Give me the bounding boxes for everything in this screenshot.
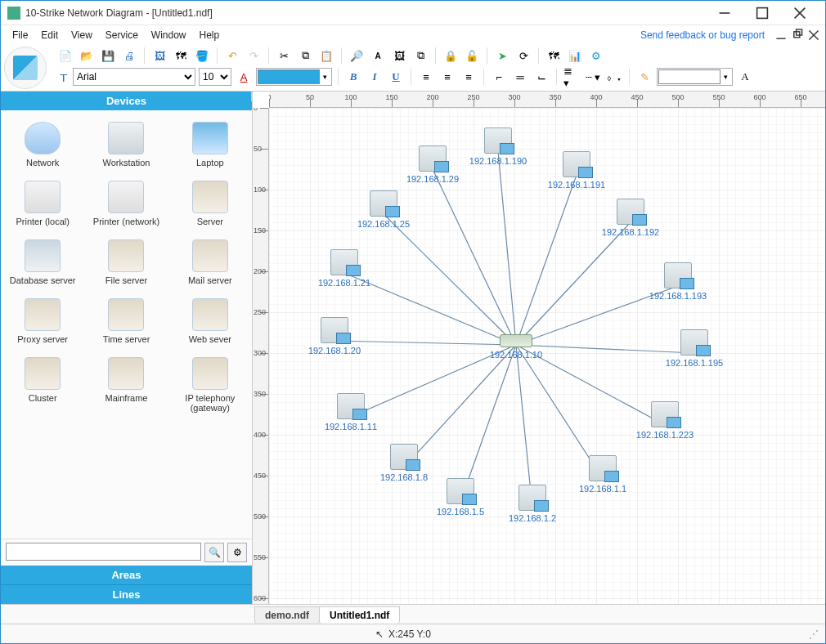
diagram-canvas[interactable]: 192.168.1.190192.168.1.29192.168.1.19119… <box>269 108 825 604</box>
menu-window[interactable]: Window <box>145 28 193 42</box>
maximize-button[interactable] <box>743 1 781 25</box>
group-button[interactable]: ⧉ <box>411 47 429 65</box>
diagram-node[interactable]: 192.168.1.191 <box>544 151 609 190</box>
export-visio-button[interactable]: 🗺 <box>172 47 190 65</box>
align-right-button[interactable]: ≡ <box>460 68 478 86</box>
mdi-minimize-button[interactable] <box>774 29 788 41</box>
paste-button[interactable]: 📋 <box>317 47 335 65</box>
menu-view[interactable]: View <box>65 28 99 42</box>
undo-button[interactable]: ↶ <box>223 47 241 65</box>
device-item-database-server[interactable]: Database server <box>1 233 84 292</box>
device-item-server[interactable]: Server <box>168 174 252 233</box>
font-color-button[interactable]: A <box>235 68 253 86</box>
scan-button[interactable]: ➤ <box>493 47 511 65</box>
save-button[interactable]: 💾 <box>99 47 117 65</box>
align-center-button[interactable]: ≡ <box>438 68 456 86</box>
diagram-node[interactable]: 192.168.1.190 <box>465 127 531 166</box>
text-tool-button[interactable]: A <box>369 47 387 65</box>
panel-devices-header[interactable]: Devices <box>1 92 252 110</box>
map-button[interactable]: 🗺 <box>545 47 563 65</box>
menu-service[interactable]: Service <box>99 28 145 42</box>
panel-areas-header[interactable]: Areas <box>1 566 252 584</box>
fill-tool-button[interactable]: 🪣 <box>193 47 211 65</box>
open-button[interactable]: 📂 <box>78 47 96 65</box>
feedback-link[interactable]: Send feedback or bug report <box>634 28 771 42</box>
bold-button[interactable]: B <box>344 68 362 86</box>
diagram-node[interactable]: 192.168.1.10 <box>483 334 549 360</box>
minimize-button[interactable] <box>706 1 743 25</box>
diagram-node[interactable]: 192.168.1.192 <box>598 199 663 237</box>
mdi-restore-button[interactable] <box>791 29 804 41</box>
font-family-select[interactable]: Arial <box>73 68 195 86</box>
export-image-button[interactable]: 🖼 <box>150 47 168 65</box>
diagram-node[interactable]: 192.168.1.20 <box>302 317 367 356</box>
svg-line-9 <box>498 151 516 345</box>
app-logo[interactable] <box>4 47 47 89</box>
diagram-node[interactable]: 192.168.1.21 <box>312 249 377 288</box>
close-button[interactable] <box>781 1 819 25</box>
diagram-node[interactable]: 192.168.1.195 <box>662 329 727 368</box>
device-item-workstation[interactable]: Workstation <box>84 115 168 174</box>
valign-middle-button[interactable]: ═ <box>511 68 529 86</box>
device-item-printer-local-[interactable]: Printer (local) <box>1 174 84 233</box>
diagram-node[interactable]: 192.168.1.5 <box>428 478 493 517</box>
device-settings-button[interactable]: ⚙ <box>227 543 247 562</box>
find-button[interactable]: 🔎 <box>348 47 366 65</box>
device-item-printer-network-[interactable]: Printer (network) <box>84 174 168 233</box>
diagram-node[interactable]: 192.168.1.25 <box>351 190 416 229</box>
underline-button[interactable]: U <box>387 68 405 86</box>
italic-button[interactable]: I <box>366 68 384 86</box>
lock-button[interactable]: 🔒 <box>442 47 460 65</box>
panel-lines-header[interactable]: Lines <box>1 584 252 604</box>
device-item-network[interactable]: Network <box>1 115 84 174</box>
device-item-time-server[interactable]: Time server <box>84 292 168 351</box>
device-search-button[interactable]: 🔍 <box>204 543 224 562</box>
valign-top-button[interactable]: ⌐ <box>490 68 508 86</box>
diagram-node[interactable]: 192.168.1.29 <box>400 145 465 184</box>
device-item-file-server[interactable]: File server <box>84 233 168 292</box>
menu-edit[interactable]: Edit <box>34 28 65 42</box>
device-item-mail-server[interactable]: Mail server <box>168 233 252 292</box>
document-tab[interactable]: demo.ndf <box>254 606 320 624</box>
valign-bottom-button[interactable]: ⌙ <box>532 68 550 86</box>
diagram-node[interactable]: 192.168.1.223 <box>632 401 698 440</box>
device-item-laptop[interactable]: Laptop <box>168 115 252 174</box>
redo-button[interactable]: ↷ <box>245 47 263 65</box>
diagram-node[interactable]: 192.168.1.11 <box>318 393 384 432</box>
copy-button[interactable]: ⧉ <box>296 47 314 65</box>
document-tab[interactable]: Untitled1.ndf <box>319 606 400 624</box>
align-left-button[interactable]: ≡ <box>417 68 435 86</box>
device-list[interactable]: NetworkWorkstationLaptopPrinter (local)P… <box>1 110 252 539</box>
diagram-node[interactable]: 192.168.1.8 <box>371 444 437 482</box>
bg-color-select[interactable]: ▾ <box>657 68 733 86</box>
diagram-node[interactable]: 192.168.1.1 <box>570 455 635 494</box>
line-color-button[interactable]: ✎ <box>635 68 653 86</box>
pattern-button[interactable]: ⬨ ▾ <box>605 68 623 86</box>
node-label: 192.168.1.191 <box>548 180 605 190</box>
line-dash-button[interactable]: ┄ ▾ <box>584 68 602 86</box>
menu-help[interactable]: Help <box>193 28 227 42</box>
line-style-button[interactable]: ≣ ▾ <box>563 68 581 86</box>
mdi-close-button[interactable] <box>807 29 820 41</box>
font-dialog-button[interactable]: A <box>736 68 754 86</box>
device-item-ip-telephony-gateway-[interactable]: IP telephony (gateway) <box>168 351 252 419</box>
unlock-button[interactable]: 🔓 <box>463 47 481 65</box>
diagram-node[interactable]: 192.168.1.2 <box>500 485 565 523</box>
cut-button[interactable]: ✂ <box>275 47 293 65</box>
menu-file[interactable]: File <box>6 28 34 42</box>
chart-button[interactable]: 📊 <box>566 47 584 65</box>
image-tool-button[interactable]: 🖼 <box>390 47 408 65</box>
print-button[interactable]: 🖨 <box>120 47 138 65</box>
diagram-node[interactable]: 192.168.1.193 <box>645 262 711 301</box>
device-item-web-sever[interactable]: Web sever <box>168 292 252 351</box>
new-button[interactable]: 📄 <box>56 47 74 65</box>
device-item-mainframe[interactable]: Mainframe <box>84 351 168 419</box>
device-search-input[interactable] <box>6 543 201 561</box>
device-item-cluster[interactable]: Cluster <box>1 351 84 419</box>
monitor-button[interactable]: ⟳ <box>514 47 532 65</box>
fill-color-select[interactable]: ▾ <box>256 68 332 86</box>
font-size-select[interactable]: 10 <box>199 68 231 86</box>
settings-button[interactable]: ⚙ <box>587 47 605 65</box>
resize-grip[interactable]: ⋰ <box>809 628 819 640</box>
device-item-proxy-server[interactable]: Proxy server <box>1 292 84 351</box>
